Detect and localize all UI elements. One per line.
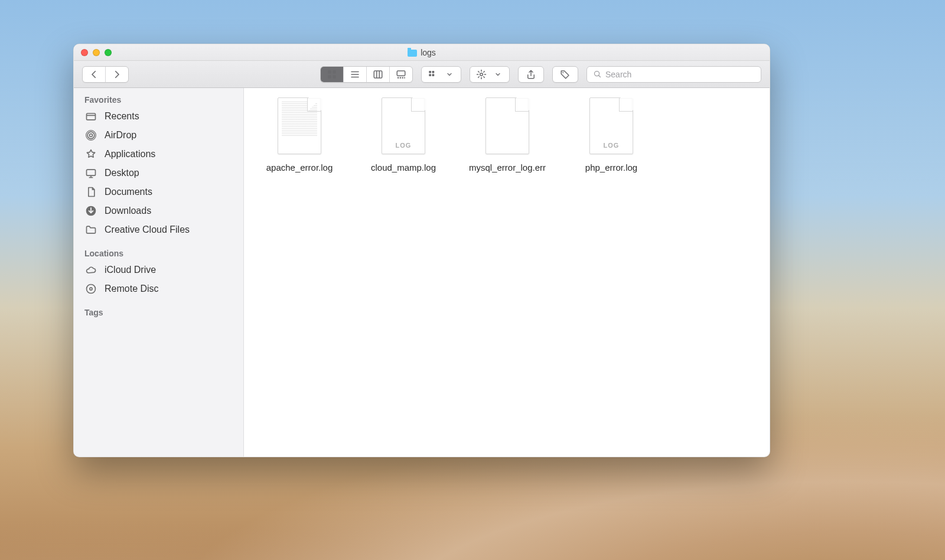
sidebar-heading: Tags (74, 307, 243, 320)
sidebar-item-label: iCloud Drive (105, 265, 156, 275)
airdrop-icon (84, 129, 97, 142)
applications-icon (84, 148, 97, 161)
svg-rect-13 (402, 77, 403, 78)
svg-point-34 (87, 132, 94, 139)
document-icon: LOG (382, 97, 425, 154)
gallery-icon (396, 69, 406, 80)
arrange-chevron[interactable] (444, 67, 461, 82)
document-icon: LOG (278, 97, 321, 154)
sidebar-item-creative-cloud-files[interactable]: Creative Cloud Files (74, 220, 243, 239)
sidebar-item-label: Desktop (105, 168, 139, 178)
chevron-down-icon (494, 69, 501, 80)
svg-line-30 (599, 76, 601, 77)
file-item[interactable]: mysql_error_log.err (455, 94, 559, 182)
svg-point-41 (90, 288, 92, 290)
sidebar-item-airdrop[interactable]: AirDrop (74, 126, 243, 145)
svg-rect-11 (397, 77, 399, 78)
arrange-icon (428, 69, 438, 80)
svg-rect-7 (374, 71, 382, 78)
search-placeholder: Search (605, 70, 631, 79)
titlebar[interactable]: logs (74, 44, 770, 61)
sidebar-item-downloads[interactable]: Downloads (74, 201, 243, 220)
grid-icon (327, 69, 337, 80)
sidebar-item-documents[interactable]: Documents (74, 183, 243, 201)
zoom-button[interactable] (105, 49, 112, 56)
downloads-icon (84, 204, 97, 217)
sidebar-item-recents[interactable]: Recents (74, 107, 243, 126)
sidebar-item-label: AirDrop (105, 130, 136, 141)
svg-line-26 (478, 76, 480, 77)
file-name-label: cloud_mamp.log (371, 162, 436, 174)
sidebar-heading: Locations (74, 248, 243, 261)
view-icons-button[interactable] (321, 67, 343, 82)
content-area[interactable]: LOGapache_error.logLOGcloud_mamp.logmysq… (244, 88, 770, 457)
traffic-lights (74, 49, 112, 56)
action-button[interactable] (470, 67, 493, 82)
folder-icon (84, 223, 97, 236)
minimize-button[interactable] (93, 49, 100, 56)
share-icon (526, 69, 536, 80)
sidebar-section: FavoritesRecentsAirDropApplicationsDeskt… (74, 94, 243, 239)
arrange-button[interactable] (422, 67, 444, 82)
window-body: FavoritesRecentsAirDropApplicationsDeskt… (74, 88, 770, 457)
arrange-menu[interactable] (421, 66, 461, 83)
svg-line-24 (478, 71, 480, 72)
view-list-button[interactable] (343, 67, 366, 82)
sidebar-heading: Favorites (74, 94, 243, 107)
sidebar-item-label: Remote Disc (105, 284, 159, 294)
nav-buttons (82, 66, 129, 83)
view-mode-segment (320, 66, 413, 83)
sidebar-item-label: Documents (105, 187, 152, 197)
file-name-label: apache_error.log (266, 162, 333, 174)
chevron-right-icon (112, 69, 122, 80)
view-gallery-button[interactable] (389, 67, 412, 82)
svg-rect-18 (432, 74, 435, 76)
svg-line-27 (484, 71, 485, 72)
svg-rect-15 (429, 71, 431, 73)
file-item[interactable]: LOGapache_error.log (247, 94, 351, 182)
search-input[interactable]: Search (586, 66, 761, 83)
svg-rect-12 (400, 77, 401, 78)
svg-rect-17 (432, 71, 435, 73)
svg-rect-14 (404, 77, 405, 78)
gear-icon (476, 69, 487, 80)
sidebar-section: LocationsiCloud DriveRemote Disc (74, 248, 243, 298)
window-title: logs (74, 48, 770, 57)
toolbar: Search (74, 61, 770, 88)
svg-rect-1 (333, 70, 336, 73)
desktop-icon (84, 167, 97, 180)
folder-icon (408, 50, 417, 57)
view-columns-button[interactable] (366, 67, 389, 82)
sidebar-item-desktop[interactable]: Desktop (74, 164, 243, 183)
document-icon (485, 97, 529, 154)
file-item[interactable]: LOGphp_error.log (559, 94, 663, 182)
sidebar-item-applications[interactable]: Applications (74, 145, 243, 164)
back-button[interactable] (83, 67, 105, 82)
svg-point-40 (87, 285, 96, 294)
file-grid: LOGapache_error.logLOGcloud_mamp.logmysq… (247, 94, 766, 182)
sidebar-item-label: Recents (105, 111, 139, 122)
svg-rect-3 (333, 75, 336, 78)
file-type-badge: LOG (590, 142, 633, 149)
share-button[interactable] (518, 66, 544, 83)
tags-button[interactable] (552, 66, 578, 83)
disc-icon (84, 282, 97, 295)
sidebar-item-label: Applications (105, 149, 155, 159)
search: Search (586, 66, 761, 83)
svg-rect-0 (328, 70, 331, 73)
sidebar-item-remote-disc[interactable]: Remote Disc (74, 279, 243, 298)
sidebar-item-label: Creative Cloud Files (105, 224, 190, 235)
icloud-icon (84, 263, 97, 276)
action-chevron[interactable] (493, 67, 509, 82)
action-menu[interactable] (470, 66, 510, 83)
forward-button[interactable] (105, 67, 128, 82)
file-item[interactable]: LOGcloud_mamp.log (351, 94, 455, 182)
close-button[interactable] (81, 49, 88, 56)
sidebar-item-icloud-drive[interactable]: iCloud Drive (74, 261, 243, 279)
chevron-down-icon (446, 69, 453, 80)
svg-point-33 (90, 134, 93, 137)
file-name-label: php_error.log (585, 162, 637, 174)
svg-rect-31 (87, 113, 96, 120)
finder-window: logs (73, 44, 770, 457)
list-icon (350, 69, 360, 80)
